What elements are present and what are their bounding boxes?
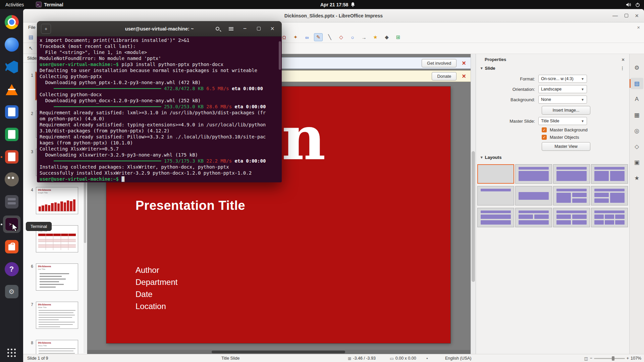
statusbar-language[interactable]: English (USA) (445, 354, 472, 362)
statusbar-slide-info[interactable]: Slide 1 of 9 (27, 354, 48, 362)
activities-button[interactable]: Activities (5, 2, 24, 7)
slide-thumbnail-8[interactable]: DickinsonStory Title (36, 340, 78, 354)
window-restore-button[interactable] (625, 14, 628, 17)
new-tab-button[interactable]: + (41, 24, 51, 34)
show-applications-button[interactable] (3, 349, 20, 362)
sidebar-tab-animation[interactable]: ★ (631, 172, 643, 184)
sidebar-tab-master-slides[interactable]: ▣ (631, 157, 643, 168)
document-vertical-scrollbar-handle[interactable] (472, 151, 475, 282)
layout-title-2content-over-content[interactable] (515, 208, 552, 227)
new-icon[interactable]: ▤ (26, 33, 35, 41)
layout-blank[interactable] (477, 164, 514, 184)
focused-app-menu[interactable]: >_ Terminal (36, 2, 63, 7)
layout-title-content-2content[interactable] (553, 186, 590, 205)
master-background-checkbox[interactable] (542, 127, 547, 132)
dock-item-impress[interactable] (3, 148, 20, 166)
window-close-button[interactable]: × (635, 12, 639, 19)
zoom-in-button[interactable]: + (627, 356, 629, 361)
zoom-percentage[interactable]: 107% (631, 356, 641, 361)
clock-menu[interactable]: Apr 21 17:58 (320, 2, 355, 7)
dock-item-vlc[interactable] (3, 81, 20, 98)
master-objects-checkbox[interactable] (542, 135, 547, 140)
terminal-menu-button[interactable] (226, 24, 236, 34)
dock-item-gimp[interactable] (3, 171, 20, 188)
sidebar-tab-styles[interactable]: A (631, 94, 643, 105)
terminal-scrollbar-handle[interactable] (279, 41, 281, 70)
dock-item-calc[interactable] (3, 126, 20, 143)
slide-info-lines[interactable]: AuthorDepartmentDateLocation (136, 264, 177, 312)
layout-title-content-over-content[interactable] (477, 208, 514, 227)
dock-item-ubuntu-software[interactable] (3, 238, 20, 255)
impress-titlebar[interactable]: Dickinson_Slides.pptx - LibreOffice Impr… (23, 9, 644, 22)
draw-pen-icon[interactable]: ✎ (314, 33, 323, 41)
zoom-slider[interactable] (594, 358, 625, 359)
master-slide-dropdown[interactable]: Title Slide▼ (538, 117, 587, 125)
block-arrow-icon[interactable]: → (360, 33, 368, 41)
3d-objects-icon[interactable]: ◆ (382, 33, 391, 41)
document-vertical-scrollbar[interactable] (471, 54, 476, 354)
layout-title-two-content[interactable] (591, 164, 628, 184)
sidebar-tab-gallery[interactable]: ▦ (631, 109, 643, 121)
menu-file[interactable]: File (25, 23, 39, 31)
system-status-area[interactable] (626, 2, 640, 7)
document-horizontal-scrollbar[interactable] (87, 350, 471, 354)
layout-title-2content-content[interactable] (591, 186, 628, 205)
terminal-maximize-button[interactable] (254, 24, 263, 34)
layout-title-content[interactable] (515, 164, 552, 184)
select-icon[interactable]: ↖ (26, 44, 35, 52)
dock-item-help[interactable]: ? (3, 260, 20, 278)
statusbar-layout-name[interactable]: Title Slide (221, 354, 239, 362)
dock-item-settings[interactable]: ⚙ (3, 283, 20, 300)
infobar-close-icon[interactable]: × (462, 73, 466, 79)
slide-thumbnail-6[interactable]: DickinsonList Title (36, 263, 78, 291)
dock-item-firefox[interactable] (3, 36, 20, 53)
dock-item-chrome[interactable] (3, 13, 20, 31)
layout-title-only[interactable] (477, 186, 514, 205)
terminal-close-button[interactable]: × (268, 24, 277, 34)
fontwork-icon[interactable]: ✦ (291, 33, 300, 41)
sidebar-tab-properties[interactable]: ▤ (631, 78, 643, 89)
dock-item-vscode[interactable] (3, 58, 20, 76)
new-slide-icon[interactable]: ⊞ (394, 33, 402, 41)
layout-title-four-content[interactable] (553, 208, 590, 227)
terminal-output[interactable]: x import Document; print('Libraries inst… (37, 37, 282, 182)
dock-item-writer[interactable] (3, 103, 20, 121)
terminal-minimize-button[interactable]: − (240, 24, 250, 34)
sidebar-tab-navigator[interactable]: ◎ (631, 125, 643, 136)
thumb-brand: Dickinson (38, 303, 51, 306)
slide-section-header[interactable]: ▾ Slide ⋮ (476, 64, 629, 72)
slide-thumbnail-7[interactable]: DickinsonSlide Title (36, 302, 78, 329)
fit-slide-icon[interactable]: ◫ (584, 356, 588, 361)
background-dropdown[interactable]: None▼ (538, 96, 587, 104)
terminal-search-button[interactable] (213, 24, 222, 34)
slide-thumbnail-4[interactable]: DickinsonGraph Title (36, 187, 78, 214)
section-more-icon[interactable]: ⋮ (620, 66, 625, 71)
dock-item-files[interactable] (3, 193, 20, 210)
zoom-slider-handle[interactable] (612, 356, 614, 361)
window-minimize-button[interactable]: — (612, 13, 618, 19)
shapes-icon[interactable]: ◇ (337, 33, 345, 41)
master-view-button[interactable]: Master View (542, 142, 590, 151)
document-horizontal-scrollbar-handle[interactable] (212, 351, 345, 353)
stars-banners-icon[interactable]: ★ (371, 33, 380, 41)
ellipse-icon[interactable]: ○ (348, 33, 357, 41)
layout-title-six-content[interactable] (591, 208, 628, 227)
sidebar-tab-shapes[interactable]: ◇ (631, 141, 643, 152)
insert-image-button[interactable]: Insert Image... (542, 106, 590, 115)
slide-title-text[interactable]: Presentation Title (136, 198, 245, 213)
line-icon[interactable]: ╲ (325, 33, 334, 41)
layout-centered-text[interactable] (515, 186, 552, 205)
infobar-close-icon[interactable]: × (462, 60, 466, 66)
layouts-section-header[interactable]: ▾ Layouts (476, 153, 629, 162)
zoom-out-button[interactable]: − (590, 356, 592, 361)
get-involved-button[interactable]: Get involved (422, 59, 457, 67)
orientation-dropdown[interactable]: Landscape▼ (538, 85, 587, 93)
terminal-titlebar[interactable]: + user@user-virtual-machine: ~ − × (37, 21, 282, 37)
donate-button[interactable]: Donate (432, 72, 457, 80)
format-dropdown[interactable]: On-scre... w (4:3)▼ (538, 75, 587, 83)
sidebar-tab-sidebar-settings[interactable]: ⚙ (631, 62, 643, 73)
properties-close-icon[interactable]: × (622, 57, 625, 62)
close-document-icon[interactable]: × (637, 24, 640, 30)
layout-title-content-outline[interactable] (553, 164, 590, 184)
hyperlink-icon[interactable]: ∞ (303, 33, 311, 41)
